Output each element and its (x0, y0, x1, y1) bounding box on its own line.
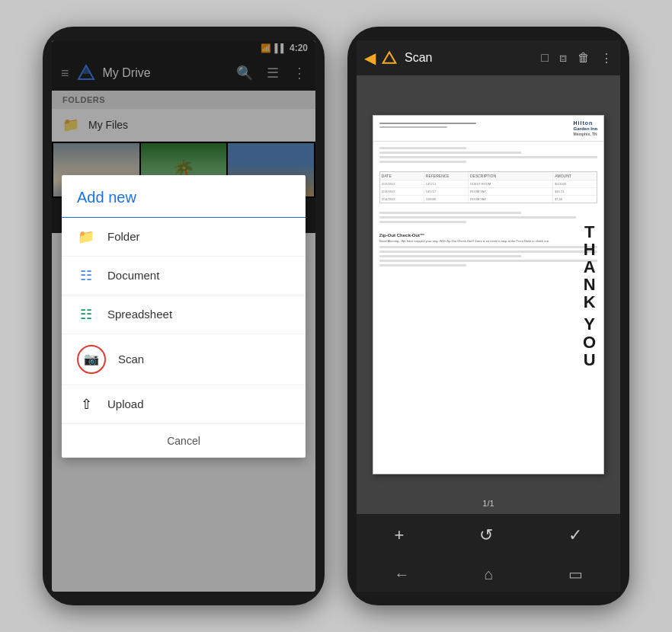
doc-line-10 (379, 255, 521, 257)
crop-icon[interactable]: □ (541, 51, 549, 65)
delete-icon[interactable]: 🗑 (578, 51, 590, 65)
recents-nav-icon-right[interactable]: ▭ (568, 565, 583, 583)
scan-screen-title: Scan (405, 51, 535, 65)
modal-item-spreadsheet[interactable]: ☷ Spreadsheet (62, 295, 306, 334)
doc-line-5 (379, 212, 521, 214)
doc-line-11 (379, 260, 597, 262)
modal-item-folder[interactable]: 📁 Folder (62, 218, 306, 257)
right-phone: ◀ Scan □ ⧈ 🗑 ⋮ (347, 27, 629, 605)
more-icon-right[interactable]: ⋮ (600, 51, 613, 65)
scan-camera-icon: 📷 (82, 352, 101, 366)
scanned-document: Hilton Garden Inn Memphis, TN DATE (373, 115, 604, 474)
table-header-date: DATE (380, 172, 424, 180)
document-menu-icon: ☷ (77, 267, 95, 284)
doc-line-8 (379, 246, 597, 248)
doc-line-3 (379, 156, 597, 158)
rotate-toolbar-icon[interactable]: ⧈ (559, 51, 567, 65)
drive-logo-scan (382, 50, 397, 65)
doc-line-2 (379, 152, 521, 154)
checkout-heading: Zip-Out Check-Out™ (379, 233, 597, 238)
scan-item-label: Scan (118, 353, 144, 365)
cell-date-3: 2/14/2013 (380, 196, 424, 203)
doc-body (373, 142, 603, 168)
doc-line-1 (379, 147, 467, 149)
table-header-amount: AMOUNT (553, 172, 597, 180)
scan-toolbar: ◀ Scan □ ⧈ 🗑 ⋮ (357, 40, 620, 75)
modal-title: Add new (62, 175, 306, 218)
scan-bottom-actions: + ↺ ✓ (357, 514, 620, 557)
cancel-label: Cancel (167, 435, 200, 447)
thank-text: T (583, 223, 596, 241)
table-header-desc: DESCRIPTION (469, 172, 553, 180)
you-text-y1: Y (583, 315, 596, 333)
doc-line-9 (379, 251, 597, 253)
you-text-u: U (583, 351, 596, 369)
folder-menu-icon: 📁 (77, 228, 95, 245)
cell-desc-3: ROOM TAX (469, 196, 553, 203)
doc-line (379, 126, 447, 128)
spreadsheet-menu-icon: ☷ (77, 306, 95, 323)
upload-menu-icon: ⇧ (77, 396, 95, 413)
cell-ref-1: 145711 (424, 180, 469, 187)
cell-desc-2: ROOM TAX (469, 188, 553, 195)
cell-amount-3: $7.56 (553, 196, 597, 203)
thank-you-text: T H A N K Y O U (583, 223, 596, 369)
cell-ref-3: 158046 (424, 196, 469, 203)
back-arrow-icon[interactable]: ◀ (364, 49, 376, 67)
modal-item-upload[interactable]: ⇧ Upload (62, 385, 306, 424)
add-page-button[interactable]: + (395, 525, 405, 545)
right-screen: ◀ Scan □ ⧈ 🗑 ⋮ (357, 40, 620, 592)
bottom-nav-right: ← ⌂ ▭ (357, 557, 620, 592)
thank-text-a: A (583, 258, 596, 276)
upload-item-label: Upload (107, 397, 144, 410)
doc-lower: Zip-Out Check-Out™ Good Morning - We hav… (373, 233, 603, 267)
scan-content-area: Hilton Garden Inn Memphis, TN DATE (357, 75, 620, 514)
confirm-scan-button[interactable]: ✓ (568, 525, 582, 545)
checkout-text: Good Morning - We have enjoyed your stay… (379, 239, 597, 244)
document-item-label: Document (107, 269, 159, 282)
home-nav-icon-right[interactable]: ⌂ (484, 566, 493, 583)
doc-table: DATE REFERENCE DESCRIPTION AMOUNT 2/13/2… (379, 171, 597, 203)
hilton-logo: Hilton Garden Inn Memphis, TN (574, 120, 598, 137)
page-indicator: 1/1 (482, 499, 494, 508)
modal-overlay: Add new 📁 Folder ☷ Document ☷ Spreadshee… (52, 40, 315, 592)
table-header-row: DATE REFERENCE DESCRIPTION AMOUNT (380, 172, 597, 180)
cell-amount-1: $119.00 (553, 180, 597, 187)
doc-line-12 (379, 264, 467, 267)
left-screen: 📶 ▌▌ 4:20 ≡ My Drive 🔍 ☰ ⋮ FOLDERS 📁 My … (52, 40, 315, 592)
doc-line (379, 123, 476, 124)
table-row-3: 2/14/2013 158046 ROOM TAX $7.56 (380, 196, 597, 203)
doc-header: Hilton Garden Inn Memphis, TN (373, 116, 603, 142)
folder-item-label: Folder (107, 230, 140, 243)
doc-body-2 (373, 206, 603, 228)
doc-line-4 (379, 161, 467, 163)
spreadsheet-item-label: Spreadsheet (107, 308, 172, 321)
table-row-1: 2/13/2013 145711 GUEST ROOM $119.00 (380, 180, 597, 188)
table-header-ref: REFERENCE (424, 172, 469, 180)
thank-text-n: N (583, 276, 596, 293)
back-nav-icon-right[interactable]: ← (394, 566, 409, 583)
cell-date-1: 2/13/2013 (380, 180, 424, 187)
doc-line-7 (379, 221, 467, 223)
cell-date-2: 2/13/2013 (380, 188, 424, 195)
thank-text-k: K (583, 293, 596, 311)
svg-marker-2 (383, 53, 396, 63)
modal-item-document[interactable]: ☷ Document (62, 257, 306, 295)
cell-ref-2: 145717 (424, 188, 469, 195)
cancel-button[interactable]: Cancel (62, 424, 306, 458)
table-row-2: 2/13/2013 145717 ROOM TAX $10.71 (380, 188, 597, 196)
scan-circle-highlight: 📷 (77, 345, 106, 374)
doc-line-6 (379, 216, 576, 219)
cell-amount-2: $10.71 (553, 188, 597, 195)
left-phone: 📶 ▌▌ 4:20 ≡ My Drive 🔍 ☰ ⋮ FOLDERS 📁 My … (43, 27, 325, 605)
cell-desc-1: GUEST ROOM (469, 180, 553, 187)
modal-item-scan[interactable]: 📷 Scan (62, 334, 306, 385)
add-new-modal: Add new 📁 Folder ☷ Document ☷ Spreadshee… (62, 175, 306, 458)
rotate-scan-button[interactable]: ↺ (479, 525, 493, 545)
thank-text-h: H (583, 241, 596, 258)
you-text-o: O (583, 334, 596, 351)
scan-toolbar-actions: □ ⧈ 🗑 ⋮ (541, 51, 613, 65)
